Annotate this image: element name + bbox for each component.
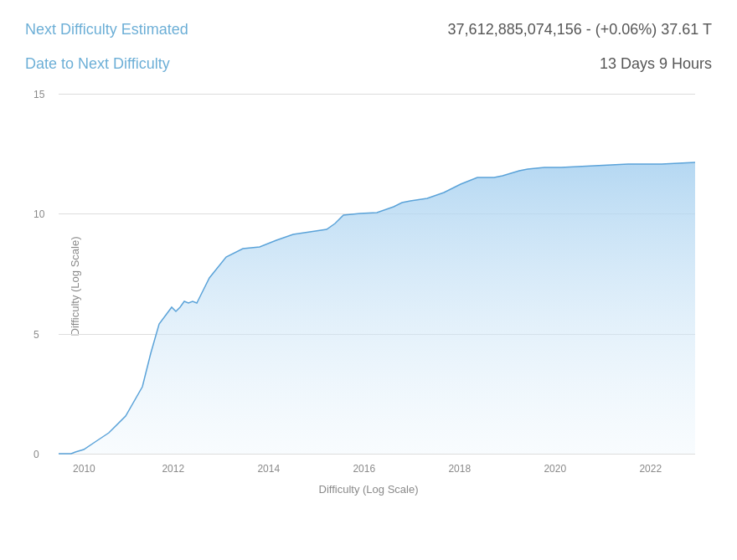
date-next-difficulty-value: 13 Days 9 Hours [600,55,712,73]
chart-container: Difficulty (Log Scale) 15 10 5 0 2010 20… [25,94,712,496]
y-tick-15: 15 [34,89,44,100]
y-tick-0: 0 [34,449,39,460]
next-difficulty-label: Next Difficulty Estimated [25,21,188,39]
x-tick-2010: 2010 [73,463,95,475]
grid-line-0: 0 [59,454,695,455]
x-tick-2012: 2012 [162,463,184,475]
difficulty-chart-svg [59,94,695,454]
chart-inner: Difficulty (Log Scale) 15 10 5 0 2010 20… [59,94,695,479]
stats-section: Next Difficulty Estimated 37,612,885,074… [25,17,712,77]
x-tick-2018: 2018 [448,463,471,475]
x-tick-2014: 2014 [257,463,280,475]
x-tick-2016: 2016 [353,463,375,475]
chart-area-fill [59,162,695,454]
y-tick-10: 10 [34,208,44,220]
stat-row-difficulty: Next Difficulty Estimated 37,612,885,074… [25,17,712,43]
stat-row-date: Date to Next Difficulty 13 Days 9 Hours [25,51,712,77]
x-tick-2022: 2022 [639,463,662,475]
date-next-difficulty-label: Date to Next Difficulty [25,55,170,73]
y-tick-5: 5 [34,329,39,341]
x-tick-2020: 2020 [544,463,566,475]
x-axis-label: Difficulty (Log Scale) [25,483,712,496]
next-difficulty-value: 37,612,885,074,156 - (+0.06%) 37.61 T [448,21,712,39]
